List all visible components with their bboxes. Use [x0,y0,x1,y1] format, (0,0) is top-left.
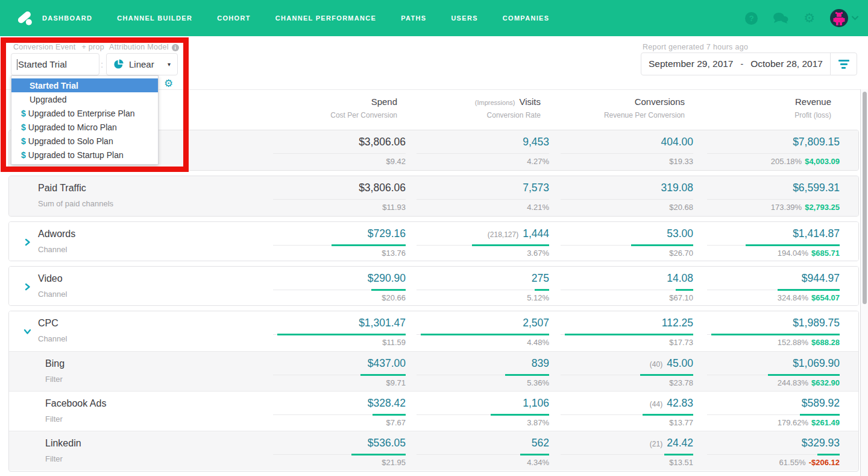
metric-cell-visits: 2,5074.48% [417,311,549,351]
metric-secondary: $19.33 [561,157,693,166]
column-header-conversions[interactable]: ConversionsRevenue Per Conversion [540,97,685,119]
metric-secondary: 4.21% [417,203,549,212]
metric-cell-spend: $536.05$21.95 [273,431,406,471]
metric-value: 562 [417,437,549,449]
metric-value: $1,989.75 [707,317,840,329]
dropdown-option-label: Upgraded [30,95,67,104]
top-nav: DASHBOARDCHANNEL BUILDERCOHORTCHANNEL PE… [0,0,868,36]
dropdown-option-label: Started Trial [30,81,78,90]
dropdown-option-upgraded-to-solo-plan[interactable]: $Upgraded to Solo Plan [11,134,158,148]
column-settings-gear-icon[interactable]: ⚙ [164,77,173,89]
metric-bar [273,374,406,376]
nav-item-channel-performance[interactable]: CHANNEL PERFORMANCE [275,14,377,22]
metric-value: $589.92 [707,397,840,410]
attribution-model-select[interactable]: Linear ▾ [106,53,178,75]
column-title: Spend [371,97,397,107]
metric-cell-conversions: 404.00$19.33 [561,130,693,170]
metric-secondary: 152.88%$688.28 [707,338,840,347]
filter-sort-icon[interactable] [830,53,857,75]
dropdown-option-upgraded-to-startup-plan[interactable]: $Upgraded to Startup Plan [11,148,158,162]
metric-value: 14.08 [561,272,693,285]
scrollbar-thumb[interactable] [863,92,867,304]
metric-value: $1,414.87 [707,227,840,240]
table-row-paid-traffic[interactable]: Paid TrafficSum of paid channels$3,806.0… [9,176,858,216]
metric-value: $290.90 [273,272,406,285]
table-row-facebook-ads[interactable]: Facebook AdsFilter$328.42$7.671,1063.87%… [9,391,858,431]
metric-value: 839 [417,357,549,370]
date-range-picker[interactable]: September 29, 2017 - October 28, 2017 [641,52,857,75]
table-row-video[interactable]: VideoChannel$290.90$20.662755.12%14.08$6… [9,267,858,305]
metric-value: $536.05 [273,437,406,449]
column-header-spend[interactable]: SpendCost Per Conversion [253,97,397,119]
chevron-right-icon[interactable] [24,283,31,291]
metric-cell-spend: $3,806.06$11.93 [273,176,406,216]
metric-paren-value: (21) [650,440,662,448]
metric-value: (218,127)1,444 [417,227,549,240]
column-header-visits[interactable]: (Impressions)VisitsConversion Rate [396,97,541,119]
info-icon[interactable]: i [172,44,179,51]
conversion-event-input[interactable]: Started Trial [11,53,99,75]
chevron-right-icon[interactable] [24,238,31,246]
scrollbar-track[interactable] [860,89,868,476]
app-logo-icon[interactable] [13,6,37,30]
metric-secondary: $13.51 [561,458,693,467]
nav-item-users[interactable]: USERS [451,14,477,22]
dropdown-option-upgraded-to-enterprise-plan[interactable]: $Upgraded to Enterprise Plan [11,106,158,120]
chevron-down-icon[interactable] [24,328,31,335]
table-row-cpc[interactable]: CPCChannel$1,301.47$11.592,5074.48%112.2… [9,311,858,351]
nav-item-paths[interactable]: PATHS [401,14,426,22]
table-row-adwords[interactable]: AdwordsChannel$729.16$13.76(218,127)1,44… [9,222,858,261]
metric-bar [417,414,549,416]
account-chevron-down-icon[interactable] [852,16,858,21]
metric-cell-spend: $290.90$20.66 [273,267,406,305]
settings-gear-icon[interactable]: ⚙ [804,12,815,25]
column-header-revenue[interactable]: RevenueProfit (loss) [687,97,831,119]
metric-cell-visits: (218,127)1,4443.67% [417,222,549,261]
metric-bar [707,198,840,200]
metric-bar [273,334,406,335]
help-icon[interactable]: ? [745,12,758,25]
channel-card: AdwordsChannel$729.16$13.76(218,127)1,44… [8,221,859,261]
metric-cell-conversions: 14.08$67.10 [561,267,693,305]
nav-item-dashboard[interactable]: DASHBOARD [42,14,92,22]
channel-card: VideoChannel$290.90$20.662755.12%14.08$6… [8,266,859,306]
metric-value: 275 [417,272,549,285]
nav-item-cohort[interactable]: COHORT [217,14,250,22]
table-row-linkedin[interactable]: LinkedinFilter$536.05$21.955624.34%(21)2… [9,431,858,471]
profit-value: $4,003.09 [805,157,840,166]
dropdown-option-started-trial[interactable]: Started Trial [11,78,158,92]
channel-card: CPCChannel$1,301.47$11.592,5074.48%112.2… [8,311,859,472]
metric-value: $328.42 [273,397,406,410]
metric-cell-spend: $729.16$13.76 [273,222,406,261]
metric-secondary: 324.84%$654.07 [707,293,840,302]
metric-secondary: $9.71 [273,378,406,387]
metric-secondary: $13.76 [273,249,406,258]
add-prop-link[interactable]: + prop [81,43,104,51]
column-subtitle: Cost Per Conversion [253,111,397,119]
metric-value: $6,599.31 [707,182,840,194]
dropdown-option-upgraded-to-micro-plan[interactable]: $Upgraded to Micro Plan [11,120,158,134]
report-generated-label: Report generated 7 hours ago [643,43,748,51]
metric-cell-revenue: $1,069.90244.83%$632.90 [707,352,840,391]
nav-item-channel-builder[interactable]: CHANNEL BUILDER [117,14,192,22]
metric-cell-visits: 8395.36% [417,352,549,391]
column-title: Revenue [795,97,831,107]
metric-bar [707,454,840,455]
nav-item-companies[interactable]: COMPANIES [503,14,550,22]
date-range-text: September 29, 2017 - October 28, 2017 [641,53,830,75]
metric-cell-visits: 9,4534.27% [417,130,549,170]
dollar-icon: $ [21,109,26,118]
metric-value: (44)42.83 [561,397,693,410]
metric-bar [561,414,693,416]
metric-paren-value: (44) [650,400,662,408]
metric-secondary: 3.67% [417,249,549,258]
metric-secondary: $20.66 [273,293,406,302]
metric-value: $1,301.47 [273,317,406,329]
metric-paren-value: (40) [650,360,662,369]
chat-icon[interactable] [773,12,788,24]
avatar[interactable] [830,9,848,27]
table-row-bing[interactable]: BingFilter$437.00$9.718395.36%(40)45.00$… [9,351,858,391]
dropdown-option-upgraded[interactable]: Upgraded [11,92,158,106]
caret-down-icon: ▾ [168,61,171,68]
row-subtitle: Filter [45,375,63,384]
